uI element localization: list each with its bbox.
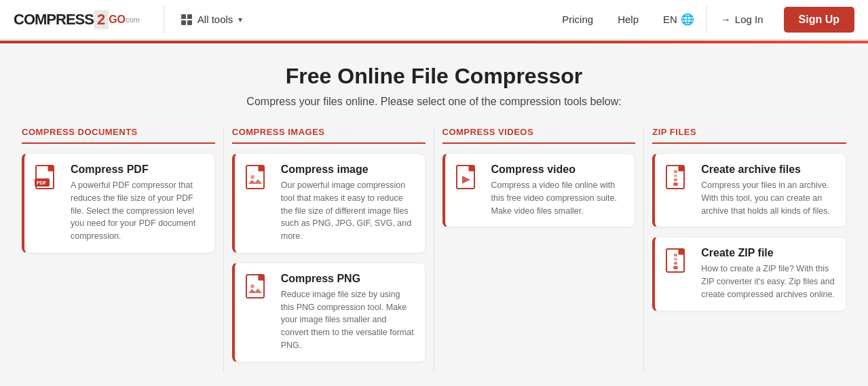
column-zip-files: ZIP FILES Create archive filesCompress y…: [644, 127, 854, 372]
column-header-zip-files: ZIP FILES: [652, 127, 846, 144]
image-icon: [244, 273, 271, 305]
card-title-create-archive: Create archive files: [701, 163, 836, 176]
pdf-icon: PDF PDF: [34, 163, 61, 196]
video-icon: [455, 163, 482, 196]
header: COMPRESS2GOcom All tools ▾ Pricing Help …: [0, 0, 868, 41]
column-compress-images: COMPRESS IMAGES Compress imageOur powerf…: [224, 127, 434, 372]
card-desc-compress-image: Our powerful image compression tool that…: [281, 179, 415, 243]
login-icon: →: [721, 14, 731, 25]
svg-rect-19: [673, 182, 678, 186]
svg-point-7: [250, 175, 254, 179]
signup-button[interactable]: Sign Up: [784, 7, 854, 33]
card-title-compress-image: Compress image: [281, 163, 415, 176]
card-content-create-zip: Create ZIP fileHow to create a ZIP file?…: [701, 247, 836, 301]
logo-compress: COMPRESS: [14, 11, 94, 28]
logo-com: com: [126, 16, 140, 24]
svg-point-10: [250, 284, 254, 288]
logo[interactable]: COMPRESS2GOcom: [14, 10, 140, 29]
svg-rect-21: [679, 249, 684, 254]
card-desc-create-archive: Compress your files in an archive. With …: [701, 179, 836, 217]
svg-text:PDF: PDF: [37, 180, 47, 185]
all-tools-button[interactable]: All tools ▾: [174, 9, 250, 29]
login-button[interactable]: → Log In: [707, 0, 777, 40]
column-header-compress-images: COMPRESS IMAGES: [232, 127, 426, 144]
svg-rect-15: [679, 166, 684, 171]
card-title-compress-pdf: Compress PDF: [71, 163, 205, 176]
column-header-compress-documents: COMPRESS DOCUMENTS: [22, 127, 215, 144]
svg-rect-6: [259, 166, 264, 171]
svg-rect-25: [673, 266, 678, 269]
globe-icon: 🌐: [681, 13, 694, 26]
svg-rect-23: [674, 258, 677, 260]
card-desc-compress-pdf: A powerful PDF compressor that reduces t…: [71, 179, 205, 243]
logo-go: GO: [109, 14, 126, 26]
card-content-create-archive: Create archive filesCompress your files …: [701, 163, 836, 217]
card-title-create-zip: Create ZIP file: [701, 247, 836, 259]
page-subtitle: Compress your files online. Please selec…: [14, 96, 854, 108]
svg-rect-17: [674, 174, 677, 177]
page-title: Free Online File Compressor: [14, 64, 854, 89]
grid-icon: [181, 14, 192, 25]
header-nav: Pricing Help EN 🌐 → Log In Sign Up: [550, 0, 854, 40]
svg-rect-24: [674, 262, 677, 265]
card-create-archive[interactable]: Create archive filesCompress your files …: [652, 153, 846, 227]
card-compress-video[interactable]: Compress videoCompress a video file onli…: [442, 153, 636, 227]
svg-rect-22: [674, 254, 677, 256]
svg-rect-1: [48, 166, 54, 171]
card-content-compress-png: Compress PNGReduce image file size by us…: [281, 273, 415, 352]
logo-2: 2: [94, 10, 109, 29]
tool-columns: COMPRESS DOCUMENTS PDF PDF Compress PDFA…: [14, 127, 854, 372]
card-compress-pdf[interactable]: PDF PDF Compress PDFA powerful PDF compr…: [22, 153, 215, 253]
svg-rect-12: [469, 166, 474, 171]
lang-label: EN: [663, 14, 677, 25]
card-content-compress-image: Compress imageOur powerful image compres…: [281, 163, 415, 243]
svg-rect-16: [674, 170, 677, 173]
card-content-compress-video: Compress videoCompress a video file onli…: [491, 163, 626, 217]
zip-icon: [664, 247, 692, 279]
column-header-compress-videos: COMPRESS VIDEOS: [442, 127, 636, 144]
card-compress-png[interactable]: Compress PNGReduce image file size by us…: [232, 263, 426, 362]
help-link[interactable]: Help: [605, 0, 651, 40]
card-create-zip[interactable]: Create ZIP fileHow to create a ZIP file?…: [652, 237, 846, 311]
chevron-down-icon: ▾: [238, 15, 242, 24]
all-tools-label: All tools: [197, 14, 233, 25]
pricing-link[interactable]: Pricing: [550, 0, 605, 40]
login-label: Log In: [735, 14, 763, 25]
card-content-compress-pdf: Compress PDFA powerful PDF compressor th…: [71, 163, 205, 243]
header-divider-1: [164, 6, 164, 33]
zip-icon: [664, 163, 692, 196]
card-desc-compress-png: Reduce image file size by using this PNG…: [281, 288, 415, 352]
card-title-compress-video: Compress video: [491, 163, 626, 176]
column-compress-documents: COMPRESS DOCUMENTS PDF PDF Compress PDFA…: [14, 127, 224, 372]
image-icon: [244, 163, 271, 196]
language-button[interactable]: EN 🌐: [651, 0, 706, 40]
svg-rect-18: [674, 178, 677, 181]
column-compress-videos: COMPRESS VIDEOS Compress videoCompress a…: [434, 127, 645, 372]
card-desc-create-zip: How to create a ZIP file? With this ZIP …: [701, 263, 836, 301]
main-content: Free Online File Compressor Compress you…: [0, 43, 868, 372]
card-compress-image[interactable]: Compress imageOur powerful image compres…: [232, 153, 426, 253]
card-desc-compress-video: Compress a video file online with this f…: [491, 179, 626, 217]
card-title-compress-png: Compress PNG: [281, 273, 415, 285]
svg-rect-9: [259, 275, 264, 280]
